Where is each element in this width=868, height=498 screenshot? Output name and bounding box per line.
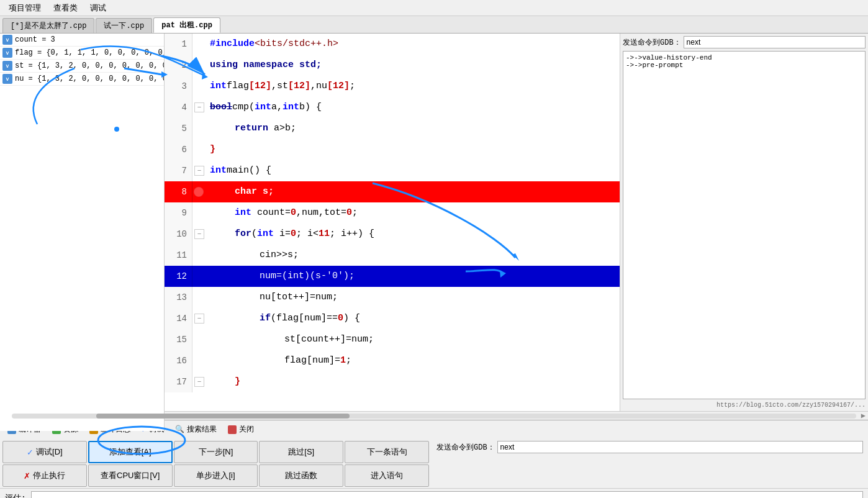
- variable-panel: V count = 3 V flag = {0, 1, 1, 1, 0, 0, …: [0, 34, 165, 431]
- line-num-3: 3: [165, 76, 192, 97]
- code-line-2: 2 using namespace std;: [165, 55, 620, 76]
- line-num-6: 6: [165, 139, 192, 160]
- debug-btn-skip[interactable]: 跳过[S]: [259, 441, 343, 463]
- code-line-14: 14 − if(flag[num]==0) {: [165, 308, 620, 329]
- gdb-command-row: 发送命令到GDB：: [436, 441, 863, 453]
- search-icon: 🔍: [175, 425, 184, 434]
- line-num-5: 5: [165, 118, 192, 139]
- line-content-13: nu[tot++]=num;: [205, 287, 620, 308]
- debug-btn-nextline-label: 下一条语句: [367, 446, 407, 458]
- fold-icon-14[interactable]: −: [194, 314, 204, 324]
- debug-btn-stepin[interactable]: 单步进入[i]: [174, 464, 258, 487]
- line-content-12: num=(int)(s-'0');: [205, 266, 620, 287]
- line-marker-6: [192, 139, 205, 160]
- stop-icon: ✗: [24, 471, 30, 481]
- line-num-8: 8: [165, 181, 192, 202]
- debug-btn-nextstep-label: 下一步[N]: [199, 446, 233, 458]
- code-line-13: 13 nu[tot++]=num;: [165, 287, 620, 308]
- debug-btn-stop[interactable]: ✗ 停止执行: [2, 464, 87, 487]
- code-line-15: 15 st[count++]=num;: [165, 329, 620, 350]
- var-item-0: V count = 3: [0, 34, 164, 47]
- debug-tick-icon: ✓: [27, 448, 34, 457]
- debug-btn-nextline[interactable]: 下一条语句: [345, 441, 429, 463]
- tab-0[interactable]: [*]是不是太胖了.cpp: [2, 18, 94, 33]
- code-line-9: 9 int count=0,num,tot=0;: [165, 202, 620, 224]
- debug-btn-debug[interactable]: ✓ 调试[D]: [2, 441, 87, 463]
- var-item-3: V nu = {1, 3, 2, 0, 0, 0, 0, 0, 0, 0,: [0, 73, 164, 86]
- code-line-4: 4 − bool cmp(int a,int b) {: [165, 97, 620, 118]
- eval-bar: 评估:: [0, 488, 868, 498]
- line-content-2: using namespace std;: [205, 55, 620, 76]
- line-content-1: #include<bits/stdc++.h>: [205, 34, 620, 55]
- line-marker-10: −: [192, 224, 205, 245]
- line-content-17: }: [205, 371, 620, 392]
- debug-btn-nextstep[interactable]: 下一步[N]: [174, 441, 258, 463]
- debug-btn-enterstmt[interactable]: 进入语句: [345, 464, 429, 487]
- debug-btn-skipfn-label: 跳过函数: [285, 470, 317, 481]
- gdb-output: ->->value-history-end ->->pre-prompt: [623, 51, 866, 399]
- debug-btn-enterstmt-label: 进入语句: [371, 470, 403, 481]
- code-line-7: 7 − int main() {: [165, 160, 620, 181]
- line-content-7: int main() {: [205, 160, 620, 181]
- line-content-6: }: [205, 139, 620, 160]
- var-item-2: V st = {1, 3, 2, 0, 0, 0, 0, 0, 0, 0,: [0, 60, 164, 73]
- debug-area: ✓ 调试[D] 添加查看[A] 下一步[N] 跳过[S] 下一条语句 ✗ 停止执…: [0, 438, 868, 488]
- fold-icon-17[interactable]: −: [194, 377, 204, 387]
- code-editor[interactable]: 1 #include<bits/stdc++.h> 2 using namesp…: [165, 34, 620, 411]
- debug-btn-stop-label: 停止执行: [33, 470, 65, 481]
- line-marker-12: [192, 266, 205, 287]
- code-line-12: 12 num=(int)(s-'0');: [165, 266, 620, 287]
- tab-2[interactable]: pat 出租.cpp: [153, 17, 220, 33]
- var-item-1: V flag = {0, 1, 1, 1, 0, 0, 0, 0, 0, 0,: [0, 47, 164, 60]
- line-num-10: 10: [165, 224, 192, 245]
- debug-btn-cpu[interactable]: 查看CPU窗口[V]: [88, 464, 173, 487]
- debug-buttons-grid: ✓ 调试[D] 添加查看[A] 下一步[N] 跳过[S] 下一条语句 ✗ 停止执…: [0, 438, 432, 488]
- line-content-3: int flag[12],st[12],nu[12];: [205, 76, 620, 97]
- eval-label: 评估:: [5, 492, 26, 499]
- line-num-17: 17: [165, 371, 192, 392]
- code-line-11: 11 cin>>s;: [165, 245, 620, 266]
- breakpoint-8: [194, 187, 204, 197]
- gdb-side-input[interactable]: [497, 441, 863, 453]
- fold-icon-4[interactable]: −: [194, 102, 204, 112]
- debug-btn-addwatch-label: 添加查看[A]: [109, 446, 151, 458]
- gdb-input-row: 发送命令到GDB：: [623, 36, 866, 48]
- line-num-4: 4: [165, 97, 192, 118]
- gdb-command-input[interactable]: [684, 36, 866, 48]
- line-marker-11: [192, 245, 205, 266]
- line-content-15: st[count++]=num;: [205, 329, 620, 350]
- close-icon: [228, 425, 237, 434]
- var-icon-0: V: [2, 35, 12, 45]
- var-text-2: st = {1, 3, 2, 0, 0, 0, 0, 0, 0, 0,: [15, 61, 164, 70]
- debug-btn-skipfn[interactable]: 跳过函数: [259, 464, 343, 487]
- line-marker-8: [192, 181, 205, 202]
- scrollbar-track[interactable]: [12, 414, 856, 419]
- toolbar-close[interactable]: 关闭: [223, 423, 259, 436]
- line-marker-2: [192, 55, 205, 76]
- fold-icon-10[interactable]: −: [194, 229, 204, 239]
- debug-btn-addwatch[interactable]: 添加查看[A]: [88, 441, 173, 463]
- gdb-panel: 发送命令到GDB： ->->value-history-end ->->pre-…: [620, 34, 868, 411]
- menu-project[interactable]: 项目管理: [2, 1, 47, 16]
- line-num-16: 16: [165, 350, 192, 371]
- toolbar-search[interactable]: 🔍 搜索结果: [170, 423, 222, 436]
- menu-debug[interactable]: 调试: [84, 1, 112, 16]
- line-content-11: cin>>s;: [205, 245, 620, 266]
- line-marker-17: −: [192, 371, 205, 392]
- line-num-1: 1: [165, 34, 192, 55]
- debug-btn-stepin-label: 单步进入[i]: [196, 470, 235, 481]
- line-marker-14: −: [192, 308, 205, 329]
- scrollbar-thumb: [96, 414, 350, 419]
- debug-btn-debug-label: 调试[D]: [36, 446, 63, 458]
- line-num-7: 7: [165, 160, 192, 181]
- tab-1[interactable]: 试一下.cpp: [96, 18, 152, 33]
- line-content-16: flag[num]=1;: [205, 350, 620, 371]
- code-line-8: 8 char s;: [165, 181, 620, 202]
- gdb-side-label: 发送命令到GDB：: [436, 442, 495, 453]
- menu-view[interactable]: 查看类: [47, 1, 84, 16]
- code-line-16: 16 flag[num]=1;: [165, 350, 620, 371]
- code-line-17: 17 − }: [165, 371, 620, 392]
- eval-input[interactable]: [31, 491, 863, 499]
- line-marker-5: [192, 118, 205, 139]
- fold-icon-7[interactable]: −: [194, 166, 204, 176]
